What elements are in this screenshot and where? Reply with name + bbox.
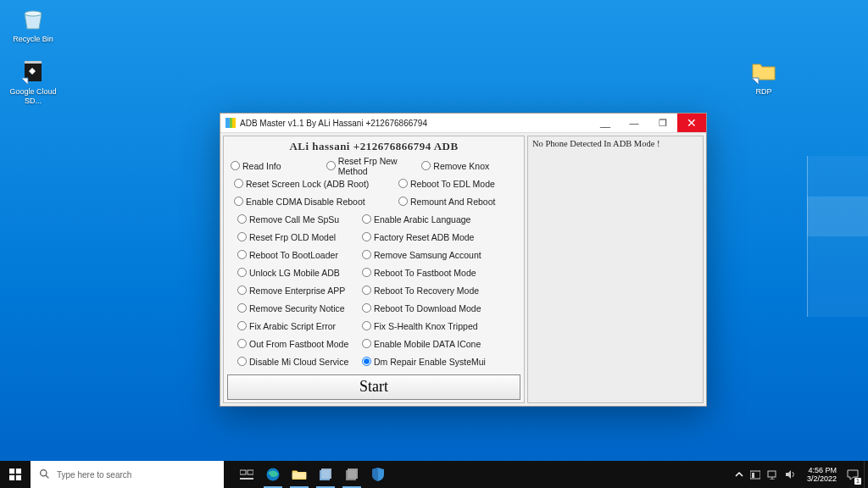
radio-cdma-disable-reboot[interactable]: Enable CDMA Disable Reboot	[234, 197, 398, 207]
task-view-icon	[240, 469, 253, 480]
radio-dm-repair[interactable]: Dm Repair Enable SysteMui	[362, 357, 486, 367]
svg-rect-3	[9, 469, 14, 474]
folder-icon	[750, 58, 777, 85]
recycle-bin-icon	[19, 5, 47, 32]
radio-factory-reset[interactable]: Factory Reset ADB Mode	[362, 232, 474, 242]
radio-reboot-edl[interactable]: Reboot To EDL Mode	[398, 179, 495, 189]
search-placeholder: Type here to search	[57, 470, 131, 480]
radio-reset-screen-lock[interactable]: Reset Screen Lock (ADB Root)	[234, 179, 398, 189]
close-button[interactable]: ✕	[677, 114, 706, 132]
radio-reboot-bootloader[interactable]: Reboot To BootLoader	[237, 250, 362, 260]
radio-reboot-fastboot[interactable]: Reboot To Fastboot Mode	[362, 268, 476, 278]
log-text: No Phone Detected In ADB Mode !	[532, 139, 659, 148]
radio-enable-mobile-data[interactable]: Enable Mobile DATA ICone	[362, 339, 481, 349]
sdk-shortcut-icon	[19, 58, 47, 85]
taskbar-app-edge[interactable]	[260, 461, 286, 488]
desktop-icon-label: Recycle Bin	[13, 35, 53, 43]
log-pane[interactable]: No Phone Detected In ADB Mode !	[527, 136, 704, 403]
svg-line-8	[46, 475, 48, 478]
taskbar: Type here to search 4:56 PM 3/2/2022 1	[0, 461, 868, 488]
generic-app-icon	[345, 468, 359, 481]
taskbar-clock[interactable]: 4:56 PM 3/2/2022	[802, 461, 842, 488]
radio-reset-frp-old[interactable]: Reset Frp OLD Model	[237, 232, 362, 242]
window-title: ADB Master v1.1 By ALi Hassani +21267686…	[240, 119, 591, 128]
notification-center-button[interactable]: 1	[842, 461, 864, 488]
start-button[interactable]: Start	[227, 374, 520, 400]
radio-disable-mi-cloud[interactable]: Disable Mi Cloud Service	[237, 357, 362, 367]
options-pane: ALi hassani +212676866794 ADB Read Info …	[223, 136, 525, 403]
svg-rect-10	[248, 470, 253, 474]
svg-rect-2	[25, 61, 42, 64]
radio-reboot-download[interactable]: Reboot To Download Mode	[362, 303, 481, 313]
show-desktop-button[interactable]	[864, 461, 868, 488]
task-view-button[interactable]	[234, 461, 259, 488]
folder-icon	[292, 469, 307, 480]
maximize-button[interactable]: —	[620, 114, 648, 132]
search-icon	[39, 469, 50, 481]
windows-logo-icon	[9, 469, 21, 480]
radio-out-fastboot[interactable]: Out From Fastboot Mode	[237, 339, 362, 349]
system-tray	[733, 461, 802, 488]
svg-rect-16	[348, 469, 358, 479]
taskbar-icons	[234, 461, 391, 488]
desktop-icon-rdp[interactable]: RDP	[738, 58, 789, 97]
minimize-button[interactable]: __	[591, 114, 620, 132]
svg-rect-5	[9, 475, 14, 480]
generic-app-icon	[319, 468, 332, 481]
svg-rect-6	[16, 475, 21, 480]
radio-remove-callme[interactable]: Remove Call Me SpSu	[237, 214, 362, 225]
radio-unlock-lg[interactable]: Unlock LG Mobile ADB	[237, 268, 362, 278]
taskbar-app-explorer[interactable]	[287, 461, 312, 488]
tray-chevron-icon[interactable]	[735, 470, 743, 479]
titlebar[interactable]: ADB Master v1.1 By ALi Hassani +21267686…	[220, 114, 706, 133]
radio-enable-arabic[interactable]: Enable Arabic Language	[362, 214, 470, 225]
desktop-icon-label: RDP	[755, 87, 771, 96]
svg-rect-4	[16, 469, 21, 474]
desktop-icon-recycle-bin[interactable]: Recycle Bin	[8, 5, 58, 44]
desktop-icon-google-cloud-sdk[interactable]: Google Cloud SD...	[8, 58, 58, 106]
radio-remount-reboot[interactable]: Remount And Reboot	[398, 197, 495, 207]
banner-text: ALi hassani +212676866794 ADB	[225, 140, 522, 153]
shield-icon	[372, 468, 384, 481]
app-icon	[225, 118, 236, 128]
restore-button[interactable]: ❐	[648, 114, 677, 132]
svg-rect-9	[240, 470, 246, 474]
edge-icon	[265, 467, 281, 482]
tray-volume-icon[interactable]	[785, 469, 797, 480]
clock-date: 3/2/2022	[807, 474, 837, 483]
radio-reboot-recovery[interactable]: Reboot To Recovery Mode	[362, 286, 479, 296]
svg-rect-11	[240, 478, 253, 480]
tray-app-icon[interactable]	[750, 469, 760, 480]
start-menu-button[interactable]	[0, 461, 31, 488]
svg-rect-19	[768, 471, 776, 477]
radio-remove-security-notice[interactable]: Remove Security Notice	[237, 303, 362, 313]
svg-rect-18	[752, 473, 754, 478]
radio-remove-samsung[interactable]: Remove Samsung Account	[362, 250, 481, 260]
clock-time: 4:56 PM	[808, 466, 837, 474]
search-box[interactable]: Type here to search	[31, 461, 224, 488]
svg-point-7	[41, 469, 47, 475]
svg-rect-14	[321, 469, 331, 479]
taskbar-app-1[interactable]	[313, 461, 338, 488]
radio-fix-arabic-script[interactable]: Fix Arabic Script Error	[237, 321, 362, 331]
tray-network-icon[interactable]	[767, 469, 778, 480]
radio-reset-frp-new[interactable]: Reset Frp New Method	[326, 156, 422, 176]
desktop-icon-label: Google Cloud SD...	[9, 87, 56, 105]
svg-rect-17	[750, 471, 760, 479]
svg-point-0	[25, 11, 42, 16]
radio-remove-enterprise[interactable]: Remove Enterprise APP	[237, 286, 362, 296]
taskbar-app-security[interactable]	[365, 461, 391, 488]
adb-master-window: ADB Master v1.1 By ALi Hassani +21267686…	[220, 113, 707, 407]
radio-read-info[interactable]: Read Info	[231, 161, 326, 171]
windows-accent-decoration	[807, 156, 868, 317]
radio-remove-knox[interactable]: Remove Knox	[421, 161, 517, 171]
taskbar-app-2[interactable]	[339, 461, 364, 488]
radio-fix-shealth[interactable]: Fix S-Health Knox Tripped	[362, 321, 478, 331]
notification-badge: 1	[854, 478, 861, 485]
